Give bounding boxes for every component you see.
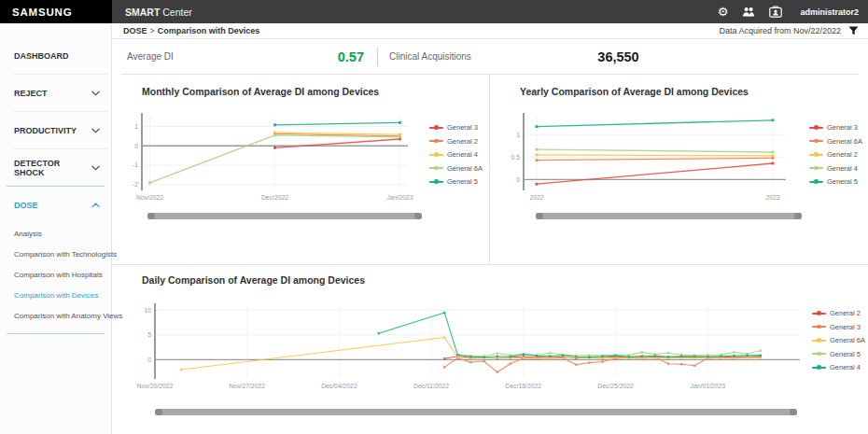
legend-marker-icon — [812, 351, 826, 357]
data-acquired-label: Data Acquired from Nov/22/2022 — [719, 26, 841, 35]
monthly-chart-scrollbar[interactable] — [147, 213, 422, 219]
legend-marker-icon — [812, 324, 826, 330]
legend-label: General 4 — [830, 363, 861, 371]
legend-label: General 2 — [830, 309, 861, 317]
svg-text:Dec/11/2022: Dec/11/2022 — [413, 383, 449, 389]
legend-marker-icon — [809, 178, 823, 185]
summary-stats-row: Average DI 0.57 Clinical Acquisitions 36… — [121, 39, 859, 75]
daily-chart-scrollbar[interactable] — [155, 409, 797, 415]
sidebar-item-label: DOSE — [14, 201, 38, 210]
sidebar-submenu-end-divider — [7, 333, 105, 334]
svg-text:Nov/27/2022: Nov/27/2022 — [229, 383, 265, 389]
svg-text:5: 5 — [147, 331, 151, 338]
legend-marker-icon — [429, 124, 443, 131]
legend-item: General 2 — [429, 137, 483, 146]
sidebar-item-detector-shock[interactable]: DETECTOR SHOCK — [0, 149, 111, 186]
monthly-chart-legend: General 3General 2General 4General 6AGen… — [429, 123, 483, 219]
svg-text:0: 0 — [134, 143, 138, 149]
svg-text:Dec/18/2022: Dec/18/2022 — [506, 383, 542, 389]
app-title-bold: SMART — [125, 7, 160, 18]
svg-text:10: 10 — [144, 307, 151, 314]
filter-icon[interactable] — [848, 26, 859, 35]
svg-text:0: 0 — [516, 176, 520, 183]
legend-label: General 5 — [827, 177, 858, 186]
username-label[interactable]: administrator2 — [800, 7, 859, 17]
breadcrumb-separator: > — [150, 26, 155, 35]
svg-text:1: 1 — [516, 132, 520, 138]
legend-item: General 3 — [812, 323, 865, 331]
legend-marker-icon — [809, 124, 823, 131]
sidebar-subitem-comparison-with-hospitals[interactable]: Comparison with Hospitals — [0, 264, 111, 285]
legend-item: General 2 — [812, 309, 865, 317]
chevron-up-icon — [91, 203, 100, 208]
yearly-chart: 2022202310.50 — [501, 108, 795, 205]
app-title: SMART Center — [125, 7, 192, 18]
legend-item: General 6A — [429, 164, 483, 173]
legend-marker-icon — [812, 310, 826, 316]
sidebar-item-reject[interactable]: REJECT — [0, 75, 111, 111]
breadcrumb-section[interactable]: DOSE — [123, 26, 147, 35]
users-icon[interactable] — [742, 7, 755, 17]
app-header: SMART Center ⚙ administrator2 — [112, 0, 868, 23]
legend-label: General 5 — [447, 177, 478, 186]
legend-marker-icon — [429, 165, 443, 172]
sidebar-item-dashboard[interactable]: DASHBOARD — [0, 37, 111, 74]
legend-label: General 6A — [830, 336, 865, 344]
svg-text:Nov/2022: Nov/2022 — [136, 194, 163, 201]
legend-item: General 5 — [429, 177, 483, 186]
legend-item: General 4 — [429, 150, 483, 159]
svg-text:Dec/2022: Dec/2022 — [261, 194, 288, 201]
sidebar-item-dose[interactable]: DOSE — [0, 187, 111, 223]
breadcrumb-page: Comparison with Devices — [158, 26, 260, 35]
daily-chart-legend: General 2General 3General 6AGeneral 5Gen… — [812, 309, 865, 415]
sidebar-nav: DASHBOARDREJECTPRODUCTIVITYDETECTOR SHOC… — [0, 23, 112, 434]
yearly-chart-panel: Yearly Comparison of Average DI among De… — [490, 75, 868, 264]
breadcrumb-bar: DOSE > Comparison with Devices Data Acqu… — [112, 23, 868, 39]
svg-text:Jan/2023: Jan/2023 — [386, 194, 413, 201]
sidebar-subitem-analysis[interactable]: Analysis — [0, 223, 111, 244]
legend-item: General 3 — [809, 123, 862, 132]
legend-marker-icon — [429, 138, 443, 145]
settings-icon[interactable]: ⚙ — [718, 6, 729, 18]
sidebar-item-label: DASHBOARD — [14, 51, 69, 61]
legend-item: General 6A — [812, 336, 865, 344]
top-bar: SAMSUNG SMART Center ⚙ — [0, 0, 868, 23]
svg-text:Nov/20/2022: Nov/20/2022 — [137, 383, 174, 389]
svg-text:-2: -2 — [133, 181, 138, 188]
legend-label: General 6A — [447, 164, 483, 173]
legend-label: General 3 — [827, 123, 858, 132]
account-box-icon[interactable] — [769, 6, 782, 18]
legend-marker-icon — [812, 337, 826, 343]
sidebar-item-productivity[interactable]: PRODUCTIVITY — [0, 112, 111, 148]
legend-item: General 5 — [812, 350, 865, 358]
daily-chart-title: Daily Comparison of Average DI among Dev… — [142, 274, 868, 286]
legend-marker-icon — [809, 138, 823, 145]
legend-label: General 4 — [827, 164, 858, 173]
svg-text:2023: 2023 — [765, 194, 779, 201]
legend-item: General 4 — [812, 363, 865, 371]
svg-text:0.5: 0.5 — [511, 154, 521, 161]
legend-marker-icon — [809, 165, 823, 172]
legend-item: General 5 — [809, 177, 862, 186]
legend-item: General 2 — [809, 150, 862, 159]
legend-label: General 2 — [447, 137, 478, 146]
average-di-label: Average DI — [127, 51, 174, 62]
clinical-acquisitions-value: 36,550 — [597, 49, 638, 64]
average-di-value: 0.57 — [338, 49, 364, 64]
legend-label: General 2 — [827, 150, 858, 159]
brand-area: SAMSUNG — [0, 0, 112, 23]
sidebar-subitem-comparison-with-devices[interactable]: Comparison with Devices — [0, 285, 111, 305]
svg-text:-1: -1 — [133, 161, 138, 168]
legend-item: General 4 — [809, 164, 862, 173]
monthly-chart-title: Monthly Comparison of Average DI among D… — [142, 86, 489, 97]
svg-text:2022: 2022 — [529, 194, 543, 201]
sidebar-item-label: REJECT — [14, 89, 48, 98]
sidebar-item-label: DETECTOR SHOCK — [14, 159, 91, 177]
legend-marker-icon — [429, 151, 443, 158]
legend-item: General 6A — [809, 137, 862, 146]
sidebar-subitem-comparison-with-anatomy-views[interactable]: Comparison with Anatomy Views — [0, 305, 111, 326]
yearly-chart-scrollbar[interactable] — [536, 213, 802, 219]
chevron-down-icon — [91, 128, 100, 133]
yearly-chart-title: Yearly Comparison of Average DI among De… — [520, 86, 868, 97]
sidebar-subitem-comparison-with-technologists[interactable]: Comparison with Technologists — [0, 244, 111, 264]
